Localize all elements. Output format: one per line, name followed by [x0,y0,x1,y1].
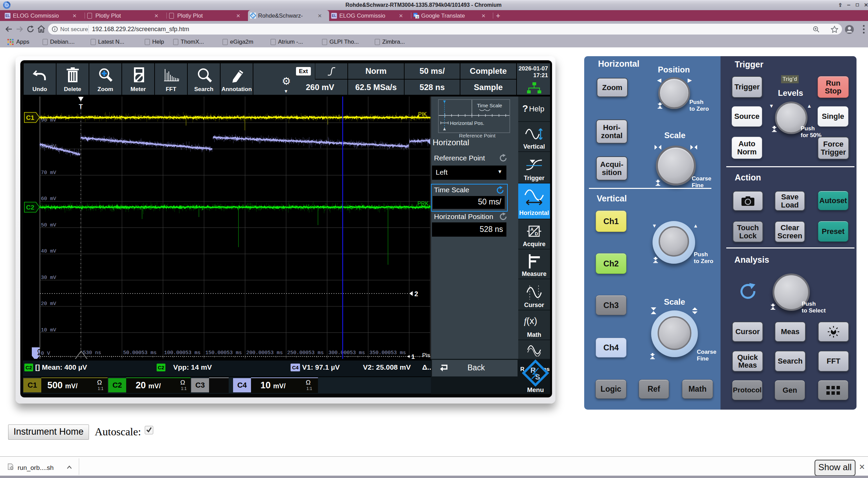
svg-text:T: T [79,103,83,110]
svg-text:30 mV: 30 mV [41,275,56,281]
svg-text:Horizontal Pos.: Horizontal Pos. [450,120,484,126]
svg-text:70 mV: 70 mV [41,170,56,176]
svg-text:1: 1 [411,353,415,359]
svg-text:2: 2 [414,290,418,298]
svg-text:100.00053 ms: 100.00053 ms [164,350,201,356]
svg-text:A: A [530,227,534,232]
svg-text:20 mV: 20 mV [41,301,56,307]
svg-text:250.00053 ms: 250.00053 ms [287,350,324,356]
svg-text:50.00053 ms: 50.00053 ms [123,350,157,356]
svg-text:300.00053 ms: 300.00053 ms [328,350,365,356]
svg-text:60 mV: 60 mV [41,196,56,202]
svg-text:Time Scale: Time Scale [477,103,502,108]
svg-text:S: S [253,16,254,18]
svg-text:C4: C4 [37,349,42,356]
svg-text:50 mV: 50 mV [41,222,56,228]
svg-text:40 mV: 40 mV [41,248,56,254]
svg-text:150.00053 ms: 150.00053 ms [205,350,242,356]
svg-text:D: D [535,231,538,236]
svg-text:C2: C2 [26,204,34,211]
svg-text:530 ns: 530 ns [83,350,101,356]
svg-text:PRK: PRK [417,201,429,207]
svg-text:350.00053 ms: 350.00053 ms [369,350,406,356]
svg-text:PIK: PIK [418,111,427,117]
svg-text:200.00053 ms: 200.00053 ms [246,350,283,356]
svg-text:文: 文 [416,16,419,19]
svg-text:Pis: Pis [422,352,430,358]
svg-text:10 mV: 10 mV [41,327,56,333]
svg-text:C1: C1 [26,114,35,121]
